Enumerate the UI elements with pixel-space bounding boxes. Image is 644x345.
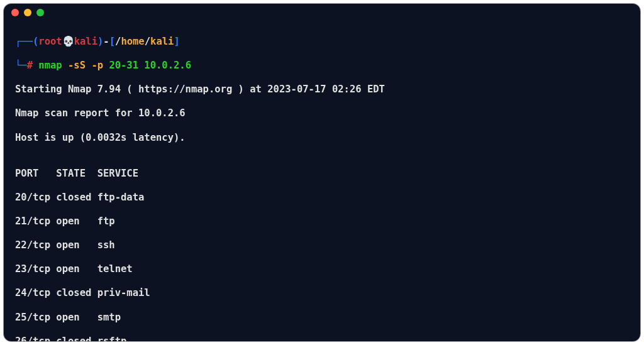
- space: [86, 60, 91, 71]
- skull-icon: 💀: [62, 36, 74, 47]
- hash-symbol: #: [27, 60, 33, 71]
- output-line: Host is up (0.0032s latency).: [15, 132, 629, 144]
- path-kali: kali: [150, 36, 174, 47]
- maximize-icon[interactable]: [36, 9, 44, 16]
- cmd-args: 20-31 10.0.2.6: [103, 60, 191, 71]
- path-home: home: [121, 36, 144, 47]
- bracket-open: [: [109, 36, 115, 47]
- output-line: Nmap scan report for 10.0.2.6: [15, 107, 629, 119]
- bracket-close: ]: [174, 36, 179, 47]
- space: [33, 60, 38, 71]
- flag-sS: -sS: [68, 60, 86, 71]
- prompt-host: kali: [74, 36, 97, 47]
- port-row: 24/tcp closed priv-mail: [15, 287, 629, 299]
- slash: /: [145, 36, 150, 47]
- port-row: 26/tcp closed rsftp: [15, 336, 629, 341]
- window-titlebar: [4, 4, 640, 21]
- port-row: 22/tcp open ssh: [15, 239, 629, 251]
- output-line: Starting Nmap 7.94 ( https://nmap.org ) …: [15, 84, 629, 96]
- port-row: 25/tcp open smtp: [15, 312, 629, 324]
- prompt-line-2: └─# nmap -sS -p 20-31 10.0.2.6: [15, 60, 629, 72]
- port-row: 23/tcp open telnet: [15, 263, 629, 275]
- prompt-line-1: ┌──(root💀kali)-[/home/kali]: [15, 36, 629, 48]
- close-icon[interactable]: [11, 9, 19, 16]
- paren-open: (: [33, 36, 38, 47]
- flag-p: -p: [91, 60, 103, 71]
- slash: /: [115, 36, 121, 47]
- box-corner: ┌──: [15, 36, 33, 47]
- dash: -: [103, 36, 109, 47]
- terminal-window: ┌──(root💀kali)-[/home/kali] └─# nmap -sS…: [4, 4, 640, 341]
- port-table-header: PORT STATE SERVICE: [15, 168, 629, 180]
- port-row: 20/tcp closed ftp-data: [15, 192, 629, 204]
- terminal-content[interactable]: ┌──(root💀kali)-[/home/kali] └─# nmap -sS…: [4, 21, 640, 341]
- minimize-icon[interactable]: [24, 9, 31, 16]
- port-row: 21/tcp open ftp: [15, 216, 629, 227]
- cmd-nmap: nmap: [38, 60, 68, 71]
- paren-close: ): [97, 36, 103, 47]
- box-corner: └─: [15, 60, 27, 71]
- prompt-user: root: [38, 36, 62, 47]
